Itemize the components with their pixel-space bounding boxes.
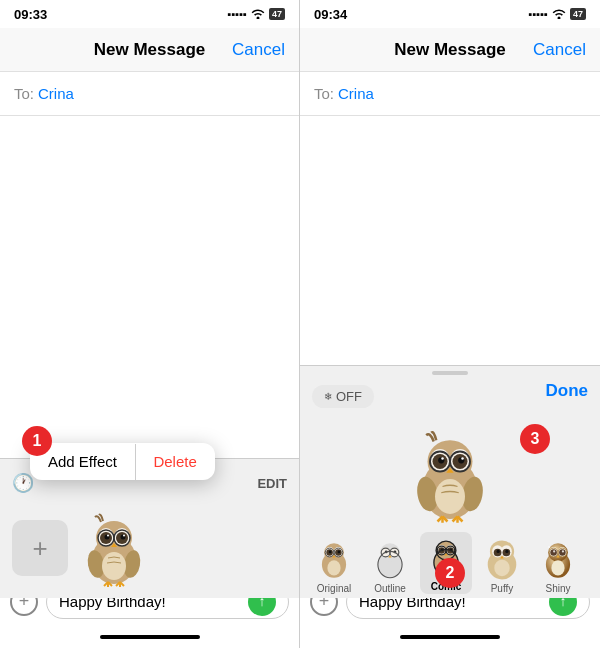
time-left: 09:33 <box>14 7 47 22</box>
status-bar-left: 09:33 ▪▪▪▪▪ 47 <box>0 0 299 28</box>
done-button[interactable]: Done <box>546 381 589 401</box>
drag-handle-row-right <box>300 366 600 377</box>
nav-bar-left: New Message Cancel <box>0 28 299 72</box>
clock-icon-left[interactable]: 🕐 <box>12 472 34 494</box>
svg-point-101 <box>551 560 564 575</box>
variant-outline[interactable]: Outline <box>364 536 416 594</box>
off-button[interactable]: ❄ OFF <box>312 385 374 408</box>
svg-point-31 <box>441 457 444 460</box>
step-3-circle: 3 <box>520 424 550 454</box>
context-menu-left: Add Effect Delete <box>30 443 215 480</box>
variant-original-label: Original <box>317 583 351 594</box>
to-label-left: To: <box>14 85 34 102</box>
variant-shiny-img <box>536 536 580 580</box>
step-2-label: 2 <box>446 564 455 582</box>
sticker-panel-right: ❄ OFF Done <box>300 365 600 598</box>
delete-button[interactable]: Delete <box>135 443 214 480</box>
right-panel: 09:34 ▪▪▪▪▪ 47 New Message Cancel To: Cr… <box>300 0 600 648</box>
variant-puffy-label: Puffy <box>491 583 514 594</box>
edit-label-left[interactable]: EDIT <box>257 476 287 491</box>
svg-point-87 <box>505 550 508 553</box>
battery-left: 47 <box>269 8 285 20</box>
to-value-left: Crina <box>38 85 74 102</box>
svg-point-16 <box>102 552 126 580</box>
drag-handle-right <box>432 371 468 375</box>
variant-outline-img <box>368 536 412 580</box>
cancel-button-left[interactable]: Cancel <box>232 40 285 60</box>
svg-point-52 <box>338 551 341 554</box>
svg-point-96 <box>553 550 555 552</box>
step-1-label: 1 <box>33 432 42 450</box>
to-field-left[interactable]: To: Crina <box>0 72 299 116</box>
status-bar-right: 09:34 ▪▪▪▪▪ 47 <box>300 0 600 28</box>
add-sticker-left[interactable]: + <box>12 520 68 576</box>
svg-point-8 <box>107 535 109 537</box>
step-3-label: 3 <box>531 430 540 448</box>
svg-point-95 <box>559 549 566 556</box>
bottom-handle-right <box>300 626 600 648</box>
step-2-circle: 2 <box>435 558 465 588</box>
status-icons-left: ▪▪▪▪▪ 47 <box>227 8 285 21</box>
svg-point-103 <box>565 545 567 547</box>
home-indicator-right <box>400 635 500 639</box>
status-icons-right: ▪▪▪▪▪ 47 <box>528 8 586 21</box>
cancel-button-right[interactable]: Cancel <box>533 40 586 60</box>
time-right: 09:34 <box>314 7 347 22</box>
off-label: OFF <box>336 389 362 404</box>
owl-svg-left <box>78 508 150 588</box>
nav-bar-right: New Message Cancel <box>300 28 600 72</box>
owl-svg-right-main[interactable] <box>405 424 495 524</box>
variant-shiny-label: Shiny <box>545 583 570 594</box>
svg-point-51 <box>329 551 332 554</box>
to-label-right: To: <box>314 85 334 102</box>
battery-right: 47 <box>570 8 586 20</box>
variant-original[interactable]: Original <box>308 536 360 594</box>
wifi-icon-left <box>251 8 265 21</box>
signal-icon-left: ▪▪▪▪▪ <box>227 8 247 20</box>
variant-original-img <box>312 536 356 580</box>
svg-point-94 <box>550 549 557 556</box>
signal-icon-right: ▪▪▪▪▪ <box>528 8 548 20</box>
sticker-content-left: + <box>0 498 299 598</box>
sticker-content-right <box>300 416 600 532</box>
svg-point-102 <box>548 546 550 548</box>
owl-sticker-left[interactable] <box>78 508 150 588</box>
nav-title-left: New Message <box>94 40 206 60</box>
left-panel: 09:33 ▪▪▪▪▪ 47 New Message Cancel To: Cr… <box>0 0 300 648</box>
wifi-icon-right <box>552 8 566 21</box>
to-value-right: Crina <box>338 85 374 102</box>
svg-point-86 <box>497 550 500 553</box>
svg-point-9 <box>123 535 125 537</box>
variant-puffy[interactable]: Puffy <box>476 536 528 594</box>
home-indicator-left <box>100 635 200 639</box>
bottom-handle-left <box>0 626 299 648</box>
snowflake-icon: ❄ <box>324 391 332 402</box>
nav-title-right: New Message <box>394 40 506 60</box>
svg-point-32 <box>461 457 464 460</box>
svg-point-56 <box>327 560 340 575</box>
variant-puffy-img <box>480 536 524 580</box>
variant-shiny[interactable]: Shiny <box>532 536 584 594</box>
svg-point-89 <box>494 560 509 577</box>
step-1-circle: 1 <box>22 426 52 456</box>
variant-outline-label: Outline <box>374 583 406 594</box>
svg-point-38 <box>435 479 465 514</box>
to-field-right[interactable]: To: Crina <box>300 72 600 116</box>
svg-point-97 <box>562 550 564 552</box>
